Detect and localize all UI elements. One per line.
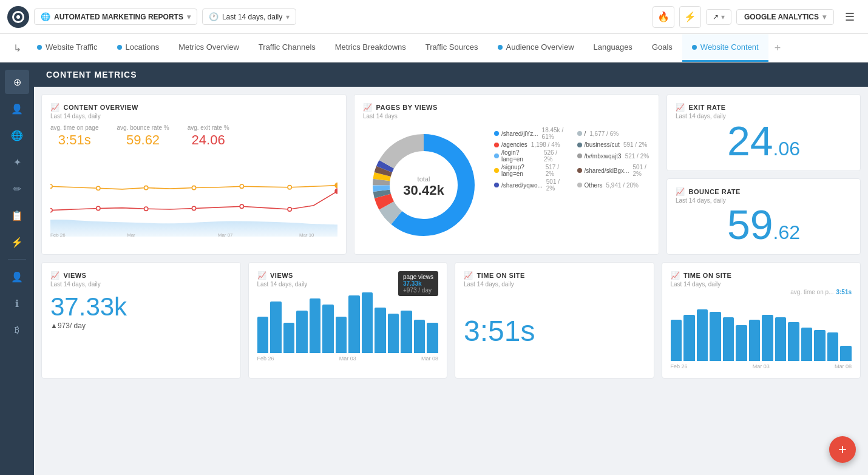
tab-label: Languages — [594, 42, 632, 52]
legend-item: / 1,677 / 6% — [577, 127, 651, 140]
tab-dot — [117, 45, 122, 50]
views-arrow: ▲ — [50, 322, 58, 330]
report-selector[interactable]: 🌐 AUTOMATED MARKETING REPORTS ▾ — [34, 8, 197, 25]
area-fill — [50, 220, 337, 237]
tab-website-traffic[interactable]: Website Traffic — [27, 34, 107, 62]
ga-selector[interactable]: GOOGLE ANALYTICS ▾ — [736, 9, 834, 25]
bar-item — [336, 317, 347, 353]
dp — [144, 207, 148, 211]
sidebar-item-crypto[interactable]: ₿ — [5, 318, 29, 342]
clock-icon: 🕐 — [209, 12, 219, 21]
bar-item — [775, 317, 787, 361]
crypto-icon: ₿ — [15, 325, 19, 335]
dp — [192, 206, 195, 210]
tab-bar: ↳ Website Traffic Locations Metrics Over… — [0, 34, 868, 62]
legend-dot — [494, 153, 499, 158]
co-title: CONTENT OVERVIEW — [64, 104, 138, 111]
date-label: Mar 08 — [835, 363, 852, 369]
sidebar-item-analytics[interactable]: ✦ — [5, 150, 29, 174]
content-overview-card: 📈 CONTENT OVERVIEW Last 14 days, daily a… — [41, 94, 347, 255]
tab-label: Audience Overview — [506, 42, 574, 52]
time-big-card: 📈 TIME ON SITE Last 14 days, daily 3:51s — [455, 262, 654, 379]
tab-goals[interactable]: Goals — [642, 34, 682, 62]
x-label: Mar — [127, 232, 135, 238]
bar-item — [427, 323, 438, 353]
add-icon: + — [775, 42, 781, 55]
bar-tooltip: page views 37.33k +973 / day — [398, 271, 438, 296]
legend-item: /shared/skiBgx... 501 / 2% — [577, 164, 651, 177]
bar-item — [710, 312, 721, 361]
users-icon: 👤 — [11, 103, 23, 115]
bolt-icon-btn[interactable]: ⚡ — [679, 6, 701, 28]
line-chart-svg: Feb 26 Mar Mar 07 Mar 10 — [50, 153, 337, 239]
tab-dot — [498, 45, 503, 50]
legend-label: /tv/mbxwqajt3 — [585, 153, 622, 160]
tab-languages[interactable]: Languages — [584, 34, 642, 62]
tab-audience-overview[interactable]: Audience Overview — [488, 34, 584, 62]
legend-item: /shared/jiYz... 18.45k / 61% — [494, 127, 568, 140]
fire-icon-btn[interactable]: 🔥 — [653, 6, 674, 28]
logo[interactable] — [7, 6, 29, 28]
legend-item: /tv/mbxwqajt3 521 / 2% — [577, 149, 651, 163]
home-icon: ⊕ — [13, 76, 21, 88]
tab-metrics-breakdowns[interactable]: Metrics Breakdowns — [325, 34, 416, 62]
dp — [288, 207, 291, 211]
sidebar-item-edit[interactable]: ✏ — [5, 177, 29, 201]
tab-back-btn[interactable]: ↳ — [7, 34, 27, 62]
tbar-title: TIME ON SITE — [683, 272, 731, 279]
sidebar-item-users[interactable]: 👤 — [5, 96, 29, 121]
fab-button[interactable]: + — [829, 436, 856, 463]
avg-exit-value: 24.06 — [188, 132, 229, 148]
tooltip-value: 37.33k — [403, 280, 433, 287]
pages-by-views-card: 📈 PAGES BY VIEWS Last 14 days — [354, 94, 659, 255]
avg-bounce-value: 59.62 — [117, 132, 169, 148]
tab-metrics-overview[interactable]: Metrics Overview — [169, 34, 249, 62]
pbv-title: PAGES BY VIEWS — [376, 104, 438, 111]
tab-label: Traffic Sources — [426, 42, 478, 52]
tab-traffic-sources[interactable]: Traffic Sources — [416, 34, 488, 62]
sidebar-item-flash[interactable]: ⚡ — [5, 230, 29, 254]
sidebar-item-globe[interactable]: 🌐 — [5, 123, 29, 147]
legend-item: /agencies 1,198 / 4% — [494, 141, 568, 148]
card-title: 📈 CONTENT OVERVIEW — [50, 103, 337, 112]
share-icon: ↗ — [713, 13, 719, 21]
avg-time-metric: avg. time on page 3:51s — [50, 124, 99, 148]
trend-icon: 📈 — [676, 103, 685, 112]
share-dropdown-icon: ▾ — [721, 13, 725, 21]
card-title: 📈 VIEWS — [50, 271, 232, 280]
tob-title: TIME ON SITE — [477, 272, 525, 279]
tab-add-btn[interactable]: + — [768, 34, 787, 62]
tab-traffic-channels[interactable]: Traffic Channels — [249, 34, 325, 62]
hamburger-menu[interactable]: ☰ — [839, 6, 861, 28]
legend-item: /business/cut 591 / 2% — [577, 141, 651, 148]
legend-label: Others — [585, 182, 603, 189]
globe-icon: 🌐 — [11, 130, 23, 141]
ga-label: GOOGLE ANALYTICS — [744, 13, 819, 21]
avg-time-value: 3:51s — [50, 132, 99, 148]
trend-icon: 📈 — [464, 271, 473, 280]
tab-locations[interactable]: Locations — [107, 34, 169, 62]
sidebar-divider — [8, 259, 26, 260]
tab-website-content[interactable]: Website Content — [682, 34, 768, 62]
sidebar-item-info[interactable]: ℹ — [5, 291, 29, 315]
bar-item — [310, 298, 321, 353]
dp — [144, 186, 148, 189]
bolt-icon: ⚡ — [684, 11, 696, 22]
bar-item — [257, 317, 269, 353]
bar-item — [388, 314, 399, 353]
dp — [97, 186, 100, 190]
sidebar-item-reports[interactable]: 📋 — [5, 203, 29, 227]
views-big-card: 📈 VIEWS Last 14 days, daily 37.33k ▲973/… — [41, 262, 241, 379]
share-button[interactable]: ↗ ▾ — [706, 9, 731, 25]
main-content: CONTENT METRICS 📈 CONTENT OVERVIEW Last … — [34, 62, 868, 475]
bar-chart — [257, 292, 439, 353]
legend-num: 517 / 2% — [546, 164, 568, 177]
bar-item — [375, 308, 386, 353]
date-range-selector[interactable]: 🕐 Last 14 days, daily ▾ — [202, 8, 296, 25]
sidebar-item-profile[interactable]: 👤 — [5, 264, 29, 289]
avg-bounce-metric: avg. bounce rate % 59.62 — [117, 124, 169, 148]
vbar-title: VIEWS — [270, 272, 293, 279]
card-title: 📈 TIME ON SITE — [671, 271, 852, 280]
legend-num: 5,941 / 20% — [606, 182, 639, 189]
sidebar-item-home[interactable]: ⊕ — [5, 70, 29, 94]
